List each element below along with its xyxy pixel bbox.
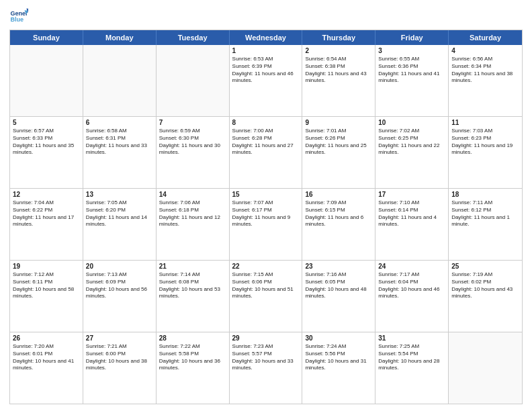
day-number: 16 <box>305 191 372 198</box>
logo-icon: General Blue <box>9 7 28 26</box>
calendar-body: 1Sunrise: 6:53 AMSunset: 6:39 PMDaylight… <box>10 45 522 404</box>
cell-info: Sunrise: 7:05 AMSunset: 6:20 PMDaylight:… <box>86 199 153 228</box>
calendar-header: SundayMondayTuesdayWednesdayThursdayFrid… <box>10 30 522 45</box>
calendar-row-2: 5Sunrise: 6:57 AMSunset: 6:33 PMDaylight… <box>10 117 522 189</box>
calendar-row-3: 12Sunrise: 7:04 AMSunset: 6:22 PMDayligh… <box>10 189 522 261</box>
cell-info: Sunrise: 6:56 AMSunset: 6:34 PMDaylight:… <box>451 56 519 85</box>
cell-info: Sunrise: 7:07 AMSunset: 6:17 PMDaylight:… <box>232 199 300 228</box>
calendar-cell: 28Sunrise: 7:22 AMSunset: 5:58 PMDayligh… <box>157 332 230 404</box>
day-number: 1 <box>232 47 300 54</box>
day-number: 30 <box>305 334 372 342</box>
calendar-cell: 8Sunrise: 7:00 AMSunset: 6:28 PMDaylight… <box>230 117 303 188</box>
day-number: 12 <box>13 191 80 198</box>
day-number: 17 <box>378 191 445 198</box>
cell-info: Sunrise: 7:13 AMSunset: 6:09 PMDaylight:… <box>86 271 153 300</box>
header-day-saturday: Saturday <box>449 30 522 45</box>
cell-info: Sunrise: 7:25 AMSunset: 5:54 PMDaylight:… <box>378 343 445 372</box>
day-number: 27 <box>86 334 153 342</box>
calendar-cell: 18Sunrise: 7:11 AMSunset: 6:12 PMDayligh… <box>449 189 522 260</box>
day-number: 13 <box>86 191 153 198</box>
day-number: 25 <box>451 263 519 270</box>
cell-info: Sunrise: 6:54 AMSunset: 6:38 PMDaylight:… <box>305 56 372 85</box>
day-number: 23 <box>305 263 372 270</box>
calendar-cell: 3Sunrise: 6:55 AMSunset: 6:36 PMDaylight… <box>375 45 449 116</box>
cell-info: Sunrise: 7:20 AMSunset: 6:01 PMDaylight:… <box>13 343 80 372</box>
day-number: 26 <box>13 334 80 342</box>
calendar-cell: 20Sunrise: 7:13 AMSunset: 6:09 PMDayligh… <box>83 261 157 332</box>
cell-info: Sunrise: 7:00 AMSunset: 6:28 PMDaylight:… <box>232 128 300 156</box>
calendar-cell: 29Sunrise: 7:23 AMSunset: 5:57 PMDayligh… <box>230 332 303 404</box>
cell-info: Sunrise: 7:11 AMSunset: 6:12 PMDaylight:… <box>451 199 519 228</box>
header-day-tuesday: Tuesday <box>157 30 230 45</box>
calendar-cell: 6Sunrise: 6:58 AMSunset: 6:31 PMDaylight… <box>83 117 157 188</box>
calendar-cell <box>157 45 230 116</box>
day-number: 11 <box>451 119 519 126</box>
calendar-cell: 16Sunrise: 7:09 AMSunset: 6:15 PMDayligh… <box>302 189 375 260</box>
day-number: 8 <box>232 119 300 126</box>
cell-info: Sunrise: 7:01 AMSunset: 6:26 PMDaylight:… <box>305 128 372 156</box>
day-number: 28 <box>159 334 226 342</box>
calendar-cell: 24Sunrise: 7:17 AMSunset: 6:04 PMDayligh… <box>375 261 449 332</box>
calendar-cell: 30Sunrise: 7:24 AMSunset: 5:56 PMDayligh… <box>302 332 375 404</box>
calendar-cell: 15Sunrise: 7:07 AMSunset: 6:17 PMDayligh… <box>230 189 303 260</box>
cell-info: Sunrise: 6:57 AMSunset: 6:33 PMDaylight:… <box>13 128 80 156</box>
calendar-cell <box>83 45 157 116</box>
calendar-row-4: 19Sunrise: 7:12 AMSunset: 6:11 PMDayligh… <box>10 261 522 332</box>
calendar-cell: 4Sunrise: 6:56 AMSunset: 6:34 PMDaylight… <box>449 45 522 116</box>
header-day-thursday: Thursday <box>302 30 375 45</box>
calendar-cell: 19Sunrise: 7:12 AMSunset: 6:11 PMDayligh… <box>10 261 83 332</box>
header-day-sunday: Sunday <box>10 30 83 45</box>
day-number: 5 <box>13 119 80 126</box>
calendar-cell <box>449 332 522 404</box>
calendar-cell <box>10 45 83 116</box>
cell-info: Sunrise: 7:16 AMSunset: 6:05 PMDaylight:… <box>305 271 372 300</box>
calendar-cell: 21Sunrise: 7:14 AMSunset: 6:08 PMDayligh… <box>157 261 230 332</box>
cell-info: Sunrise: 7:03 AMSunset: 6:23 PMDaylight:… <box>451 128 519 156</box>
cell-info: Sunrise: 7:06 AMSunset: 6:18 PMDaylight:… <box>159 199 226 228</box>
cell-info: Sunrise: 7:21 AMSunset: 6:00 PMDaylight:… <box>86 343 153 372</box>
calendar-cell: 23Sunrise: 7:16 AMSunset: 6:05 PMDayligh… <box>302 261 375 332</box>
calendar-cell: 12Sunrise: 7:04 AMSunset: 6:22 PMDayligh… <box>10 189 83 260</box>
cell-info: Sunrise: 7:24 AMSunset: 5:56 PMDaylight:… <box>305 343 372 372</box>
header-day-friday: Friday <box>375 30 449 45</box>
header-day-wednesday: Wednesday <box>230 30 303 45</box>
calendar-cell: 26Sunrise: 7:20 AMSunset: 6:01 PMDayligh… <box>10 332 83 404</box>
day-number: 31 <box>378 334 445 342</box>
cell-info: Sunrise: 7:17 AMSunset: 6:04 PMDaylight:… <box>378 271 445 300</box>
day-number: 6 <box>86 119 153 126</box>
day-number: 18 <box>451 191 519 198</box>
day-number: 9 <box>305 119 372 126</box>
calendar-cell: 27Sunrise: 7:21 AMSunset: 6:00 PMDayligh… <box>83 332 157 404</box>
calendar-cell: 14Sunrise: 7:06 AMSunset: 6:18 PMDayligh… <box>157 189 230 260</box>
cell-info: Sunrise: 7:14 AMSunset: 6:08 PMDaylight:… <box>159 271 226 300</box>
cell-info: Sunrise: 7:04 AMSunset: 6:22 PMDaylight:… <box>13 199 80 228</box>
day-number: 10 <box>378 119 445 126</box>
logo: General Blue <box>9 7 28 26</box>
day-number: 20 <box>86 263 153 270</box>
calendar-cell: 10Sunrise: 7:02 AMSunset: 6:25 PMDayligh… <box>375 117 449 188</box>
cell-info: Sunrise: 7:23 AMSunset: 5:57 PMDaylight:… <box>232 343 300 372</box>
day-number: 7 <box>159 119 226 126</box>
cell-info: Sunrise: 6:53 AMSunset: 6:39 PMDaylight:… <box>232 56 300 85</box>
cell-info: Sunrise: 7:02 AMSunset: 6:25 PMDaylight:… <box>378 128 445 156</box>
cell-info: Sunrise: 7:09 AMSunset: 6:15 PMDaylight:… <box>305 199 372 228</box>
cell-info: Sunrise: 7:12 AMSunset: 6:11 PMDaylight:… <box>13 271 80 300</box>
calendar-cell: 25Sunrise: 7:19 AMSunset: 6:02 PMDayligh… <box>449 261 522 332</box>
page-header: General Blue <box>9 7 523 26</box>
day-number: 15 <box>232 191 300 198</box>
cell-info: Sunrise: 7:19 AMSunset: 6:02 PMDaylight:… <box>451 271 519 300</box>
day-number: 14 <box>159 191 226 198</box>
day-number: 29 <box>232 334 300 342</box>
calendar-cell: 7Sunrise: 6:59 AMSunset: 6:30 PMDaylight… <box>157 117 230 188</box>
day-number: 24 <box>378 263 445 270</box>
calendar-cell: 5Sunrise: 6:57 AMSunset: 6:33 PMDaylight… <box>10 117 83 188</box>
calendar-cell: 13Sunrise: 7:05 AMSunset: 6:20 PMDayligh… <box>83 189 157 260</box>
calendar: SundayMondayTuesdayWednesdayThursdayFrid… <box>9 30 523 404</box>
calendar-cell: 2Sunrise: 6:54 AMSunset: 6:38 PMDaylight… <box>302 45 375 116</box>
cell-info: Sunrise: 7:15 AMSunset: 6:06 PMDaylight:… <box>232 271 300 300</box>
calendar-cell: 1Sunrise: 6:53 AMSunset: 6:39 PMDaylight… <box>230 45 303 116</box>
day-number: 3 <box>378 47 445 54</box>
calendar-row-5: 26Sunrise: 7:20 AMSunset: 6:01 PMDayligh… <box>10 332 522 404</box>
day-number: 2 <box>305 47 372 54</box>
day-number: 21 <box>159 263 226 270</box>
